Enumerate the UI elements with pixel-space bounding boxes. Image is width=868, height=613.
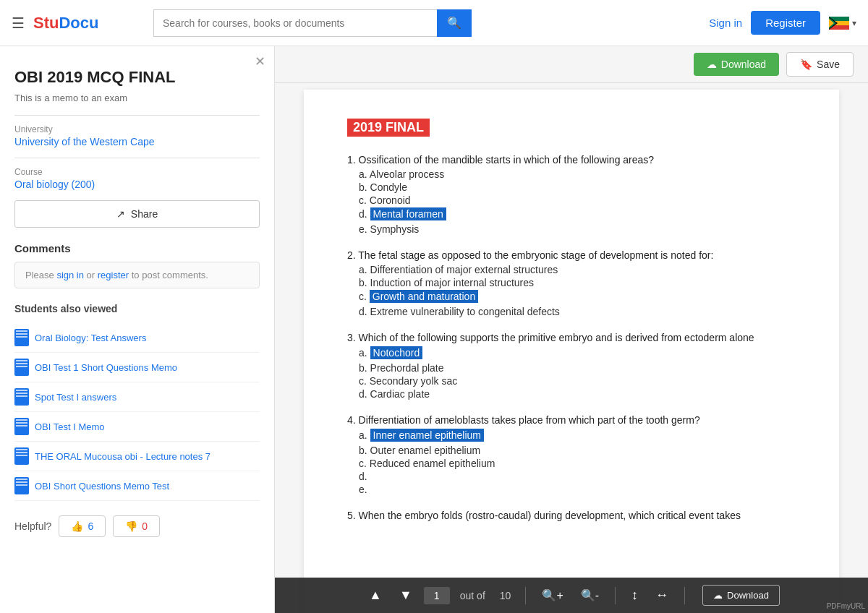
course-value[interactable]: Oral biology (200) <box>14 179 260 190</box>
correct-answer-2-c: Growth and maturation <box>370 290 478 303</box>
sign-in-button[interactable]: Sign in <box>709 17 742 29</box>
country-selector[interactable]: ▾ <box>829 17 856 30</box>
related-item-label-5: OBI Short Questions Memo Test <box>35 481 169 492</box>
question-text-3: 3. Which of the following supports the p… <box>347 332 796 343</box>
answer-2-a: a. Differentiation of major external str… <box>347 264 796 275</box>
question-text-2: 2. The fetal stage as opposed to the emb… <box>347 249 796 261</box>
related-item-label-3: OBI Test I Memo <box>35 421 105 432</box>
answer-1-b: b. Condyle <box>347 181 796 193</box>
doc-icon-2 <box>14 388 29 406</box>
thumbs-down-button[interactable]: 👎 0 <box>113 515 160 537</box>
correct-answer-4-a: Inner enamel epithelium <box>370 429 484 442</box>
logo[interactable]: StuDocu <box>33 14 98 33</box>
doc-icon-1 <box>14 359 29 376</box>
share-label: Share <box>131 208 158 220</box>
cloud-download-icon: ☁ <box>707 59 717 70</box>
also-viewed-heading: Students also viewed <box>14 303 260 314</box>
comments-pre-text: Please <box>25 270 56 280</box>
zoom-in-icon: 🔍+ <box>542 588 563 602</box>
doc-icon-0 <box>14 329 29 346</box>
related-item-label-1: OBI Test 1 Short Questions Memo <box>35 362 177 373</box>
fullscreen-icon: ↔ <box>655 588 668 603</box>
download-toolbar-label: Download <box>727 590 769 601</box>
answer-2-b: b. Induction of major internal structure… <box>347 277 796 288</box>
related-item-label-4: THE ORAL Mucousa obi - Lecture notes 7 <box>35 451 210 462</box>
zoom-out-icon: 🔍- <box>581 588 599 602</box>
question-text-4: 4. Differentiation of ameloblasts takes … <box>347 414 796 426</box>
header: ☰ StuDocu 🔍 Sign in Register ▾ <box>0 0 868 46</box>
related-item-1[interactable]: OBI Test 1 Short Questions Memo <box>14 353 260 382</box>
fullscreen-button[interactable]: ↔ <box>650 585 674 606</box>
document-subtitle: This is a memo to an exam <box>14 93 260 103</box>
answer-1-e: e. Symphysis <box>347 223 796 235</box>
divider-1 <box>14 115 260 116</box>
scroll-down-button[interactable]: ▼ <box>393 585 418 606</box>
pdf-container: 2019 FINAL 1. Ossification of the mandib… <box>304 90 839 613</box>
helpful-row: Helpful? 👍 6 👎 0 <box>14 515 260 537</box>
doc-icon-5 <box>14 477 29 494</box>
related-item-3[interactable]: OBI Test I Memo <box>14 412 260 442</box>
register-button[interactable]: Register <box>751 11 820 35</box>
bookmark-icon: 🔖 <box>800 59 812 70</box>
share-icon: ↗ <box>116 208 125 220</box>
doc-icon-3 <box>14 418 29 435</box>
related-item-2[interactable]: Spot Test I answers <box>14 382 260 412</box>
comments-sign-in-link[interactable]: sign in <box>56 270 84 280</box>
answer-2-c: c. Growth and maturation <box>347 290 796 304</box>
answer-3-a: a. Notochord <box>347 346 796 361</box>
related-item-5[interactable]: OBI Short Questions Memo Test <box>14 471 260 501</box>
toolbar-separator-1 <box>525 587 526 604</box>
comments-heading: Comments <box>14 242 260 254</box>
related-item-0[interactable]: Oral Biology: Test Answers <box>14 323 260 353</box>
answer-4-b: b. Outer enamel epithelium <box>347 445 796 456</box>
answer-2-d: d. Extreme vulnerability to congenital d… <box>347 306 796 317</box>
sidebar: ✕ OBI 2019 MCQ FINAL This is a memo to a… <box>0 46 275 613</box>
question-block-4: 4. Differentiation of ameloblasts takes … <box>347 414 796 495</box>
save-top-label: Save <box>817 59 840 70</box>
related-item-label-0: Oral Biology: Test Answers <box>35 333 146 343</box>
action-bar: ☁ Download 🔖 Save <box>275 46 868 83</box>
comments-register-link[interactable]: register <box>98 270 129 280</box>
main-content: 2019 FINAL 1. Ossification of the mandib… <box>275 46 868 613</box>
correct-answer-1-d: Mental foramen <box>370 207 446 220</box>
answer-4-e: e. <box>347 484 796 495</box>
zoom-in-button[interactable]: 🔍+ <box>536 586 569 605</box>
answer-1-d: d. Mental foramen <box>347 207 796 222</box>
hamburger-menu-icon[interactable]: ☰ <box>12 14 25 32</box>
toolbar-separator-2 <box>615 587 616 604</box>
thumbs-up-button[interactable]: 👍 6 <box>59 515 106 537</box>
header-left: ☰ StuDocu <box>12 14 142 33</box>
course-label: Course <box>14 167 260 177</box>
rotate-button[interactable]: ↕ <box>626 585 644 606</box>
scroll-down-icon: ▼ <box>399 588 412 603</box>
search-input[interactable] <box>153 9 437 37</box>
download-top-button[interactable]: ☁ Download <box>694 53 779 76</box>
bottom-toolbar: ▲ ▼ out of 10 🔍+ 🔍- ↕ ↔ ☁ Download <box>275 578 868 613</box>
logo-docu: Docu <box>59 14 98 32</box>
page-total-label: 10 <box>500 590 511 601</box>
search-bar: 🔍 <box>153 9 472 37</box>
university-label: University <box>14 124 260 134</box>
save-top-button[interactable]: 🔖 Save <box>786 52 854 77</box>
thumbs-down-icon: 👎 <box>125 520 137 532</box>
zoom-out-button[interactable]: 🔍- <box>575 586 605 605</box>
rotate-icon: ↕ <box>631 588 638 603</box>
download-toolbar-button[interactable]: ☁ Download <box>702 585 780 606</box>
university-value[interactable]: University of the Western Cape <box>14 136 260 147</box>
scroll-up-button[interactable]: ▲ <box>363 585 388 606</box>
sidebar-collapse-icon[interactable]: ✕ <box>255 53 265 69</box>
south-africa-flag-icon <box>829 17 849 30</box>
share-button[interactable]: ↗ Share <box>14 200 260 228</box>
related-item-4[interactable]: THE ORAL Mucousa obi - Lecture notes 7 <box>14 442 260 471</box>
page-number-input[interactable] <box>424 587 450 604</box>
page-out-of-label: out of <box>460 590 485 601</box>
question-text-5: 5. When the embryo folds (rostro-caudal)… <box>347 510 796 521</box>
search-button[interactable]: 🔍 <box>437 9 472 37</box>
correct-answer-3-a: Notochord <box>370 346 423 359</box>
question-block-2: 2. The fetal stage as opposed to the emb… <box>347 249 796 317</box>
answer-4-a: a. Inner enamel epithelium <box>347 429 796 443</box>
answer-1-a: a. Alveolar process <box>347 168 796 180</box>
related-items-list: Oral Biology: Test Answers OBI Test 1 Sh… <box>14 323 260 501</box>
header-right: Sign in Register ▾ <box>709 11 856 35</box>
comments-post-text: to post comments. <box>129 270 208 280</box>
